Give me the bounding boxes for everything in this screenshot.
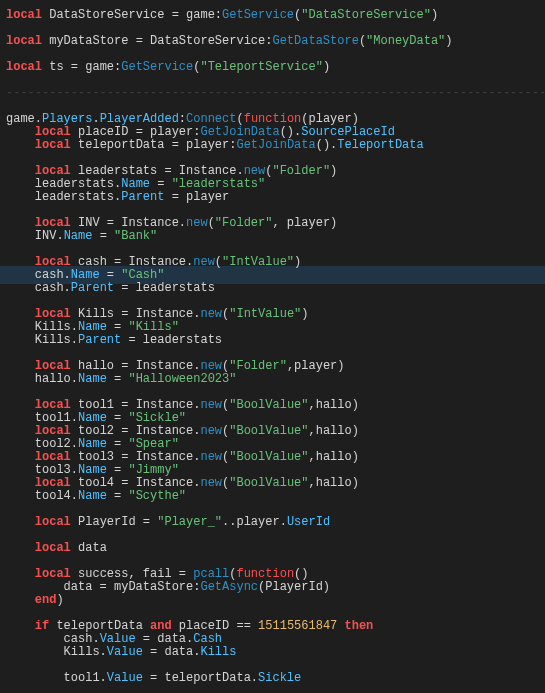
token: "Player_" — [157, 515, 222, 529]
token: Parent — [121, 190, 164, 204]
code-line[interactable]: if teleportData and placeID == 151155618… — [6, 617, 545, 630]
token: "Folder" — [272, 164, 330, 178]
token: PlayerId = — [71, 515, 157, 529]
code-line[interactable]: local hallo = Instance.new("Folder",play… — [6, 357, 545, 370]
code-line[interactable]: local tool3 = Instance.new("BoolValue",h… — [6, 448, 545, 461]
token: myDataStore = DataStoreService: — [42, 34, 272, 48]
token: "MoneyData" — [366, 34, 445, 48]
code-line[interactable]: local tool1 = Instance.new("BoolValue",h… — [6, 396, 545, 409]
token: tool1. — [64, 671, 107, 685]
code-line[interactable]: leaderstats.Parent = player — [6, 188, 545, 201]
code-line[interactable]: local ts = game:GetService("TeleportServ… — [6, 58, 545, 71]
token: INV. — [35, 229, 64, 243]
token: "IntValue" — [222, 255, 294, 269]
token: "IntValue" — [229, 307, 301, 321]
token: DataStoreService = game: — [42, 8, 222, 22]
token: Kills. — [64, 645, 107, 659]
token: ) — [323, 60, 330, 74]
token: Name — [78, 489, 107, 503]
token: = — [107, 372, 129, 386]
code-line[interactable]: game.Players.PlayerAdded:Connect(functio… — [6, 110, 545, 123]
token: end — [35, 593, 57, 607]
code-line[interactable]: local data — [6, 539, 545, 552]
code-line[interactable]: Kills.Value = data.Kills — [6, 643, 545, 656]
token: ,hallo) — [308, 424, 358, 438]
code-line[interactable]: local PlayerId = "Player_"..player.UserI… — [6, 513, 545, 526]
code-line[interactable]: local cash = Instance.new("IntValue") — [6, 253, 545, 266]
token: "Halloween2023" — [128, 372, 236, 386]
code-line[interactable]: Kills.Parent = leaderstats — [6, 331, 545, 344]
code-line[interactable]: local INV = Instance.new("Folder", playe… — [6, 214, 545, 227]
code-line[interactable]: cash.Parent = leaderstats — [6, 279, 545, 292]
code-line[interactable]: local myDataStore = DataStoreService:Get… — [6, 32, 545, 45]
token: ( — [215, 255, 222, 269]
code-line[interactable]: local teleportData = player:GetJoinData(… — [6, 136, 545, 149]
code-line[interactable]: local Kills = Instance.new("IntValue") — [6, 305, 545, 318]
token: ) — [431, 8, 438, 22]
token: leaderstats. — [35, 190, 121, 204]
token: (PlayerId) — [258, 580, 330, 594]
token: GetDataStore — [272, 34, 358, 48]
token: new — [200, 307, 222, 321]
token: ) — [294, 255, 301, 269]
token: GetAsync — [200, 580, 258, 594]
code-line[interactable]: local success, fail = pcall(function() — [6, 565, 545, 578]
token: new — [186, 216, 208, 230]
code-line[interactable]: local tool2 = Instance.new("BoolValue",h… — [6, 422, 545, 435]
token: local — [35, 541, 71, 555]
code-line[interactable]: ----------------------------------------… — [6, 84, 545, 97]
token: "DataStoreService" — [301, 8, 431, 22]
token: GetService — [121, 60, 193, 74]
token: Value — [107, 671, 143, 685]
code-line[interactable]: data = myDataStore:GetAsync(PlayerId) — [6, 578, 545, 591]
token: Kills. — [35, 333, 78, 347]
token: Parent — [78, 333, 121, 347]
token: "TeleportService" — [200, 60, 322, 74]
token: new — [193, 255, 215, 269]
token: "BoolValue" — [229, 398, 308, 412]
token: GetService — [222, 8, 294, 22]
token: hallo. — [35, 372, 78, 386]
token: "Folder" — [215, 216, 273, 230]
token: tool4. — [35, 489, 78, 503]
token: "Bank" — [114, 229, 157, 243]
token: Sickle — [258, 671, 301, 685]
token — [337, 619, 344, 633]
token: new — [200, 450, 222, 464]
token: ) — [301, 307, 308, 321]
code-line[interactable]: tool1.Value = teleportData.Sickle — [6, 669, 545, 682]
token: Parent — [71, 281, 114, 295]
token: new — [200, 424, 222, 438]
code-line[interactable]: local tool4 = Instance.new("BoolValue",h… — [6, 474, 545, 487]
token: new — [200, 398, 222, 412]
token: Kills — [200, 645, 236, 659]
token: = — [92, 229, 114, 243]
token: "BoolValue" — [229, 450, 308, 464]
token: local — [35, 515, 71, 529]
token: ) — [56, 593, 63, 607]
code-line[interactable] — [6, 604, 545, 617]
token: ,hallo) — [308, 450, 358, 464]
code-line[interactable]: local placeID = player:GetJoinData().Sou… — [6, 123, 545, 136]
token: teleportData = player: — [71, 138, 237, 152]
token: 15115561847 — [258, 619, 337, 633]
code-line[interactable]: local DataStoreService = game:GetService… — [6, 6, 545, 19]
token: "Folder" — [229, 359, 287, 373]
token: Value — [107, 645, 143, 659]
token: GetJoinData — [236, 138, 315, 152]
token: TeleportData — [337, 138, 423, 152]
token: = data. — [143, 645, 201, 659]
token: = teleportData. — [143, 671, 258, 685]
code-editor[interactable]: local DataStoreService = game:GetService… — [6, 6, 545, 682]
token: ( — [359, 34, 366, 48]
token: "BoolValue" — [229, 476, 308, 490]
token: data — [71, 541, 107, 555]
token: ( — [208, 216, 215, 230]
token: then — [345, 619, 374, 633]
token: = — [107, 489, 129, 503]
token: "BoolValue" — [229, 424, 308, 438]
code-line[interactable] — [6, 97, 545, 110]
token: , player) — [272, 216, 337, 230]
token: = player — [164, 190, 229, 204]
code-line[interactable]: local leaderstats = Instance.new("Folder… — [6, 162, 545, 175]
